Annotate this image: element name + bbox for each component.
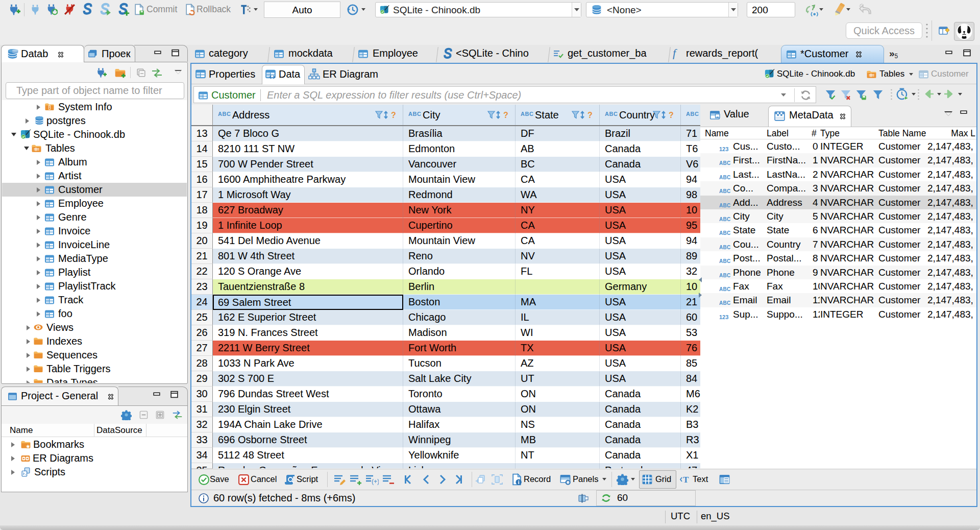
svg-text:T: T	[683, 475, 689, 485]
svg-text:?: ?	[391, 111, 396, 119]
svg-text:(+): (+)	[372, 478, 379, 485]
svg-text:?: ?	[669, 111, 674, 119]
svg-text:?: ?	[503, 111, 508, 119]
svg-text:?: ?	[587, 111, 593, 119]
